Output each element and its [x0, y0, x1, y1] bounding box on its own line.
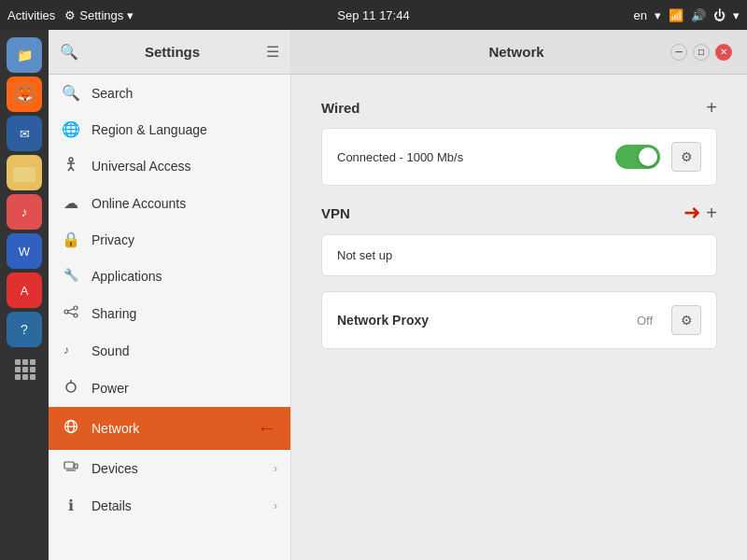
- svg-text:♪: ♪: [63, 343, 69, 357]
- dock-grid-icon[interactable]: [7, 351, 42, 386]
- sidebar-item-privacy[interactable]: 🔒 Privacy: [49, 221, 290, 258]
- topbar-settings-label: Settings: [79, 8, 123, 22]
- devices-icon: [62, 459, 80, 478]
- sidebar-item-label: Search: [92, 86, 277, 101]
- sidebar-item-label: Power: [92, 381, 277, 396]
- chevron-right-icon: ›: [274, 499, 277, 512]
- dock-writer-icon[interactable]: W: [7, 233, 42, 269]
- region-icon: 🌐: [62, 120, 80, 138]
- dock-thunderbird-icon[interactable]: ✉: [7, 116, 42, 151]
- svg-rect-22: [15, 374, 21, 380]
- vpn-section-header: VPN ➜ +: [321, 201, 717, 225]
- svg-text:🔧: 🔧: [63, 267, 78, 282]
- online-accounts-icon: ☁: [62, 194, 80, 212]
- dock-folder-icon[interactable]: [7, 155, 42, 190]
- content-body: Wired + Connected - 1000 Mb/s ⚙ VPN ➜: [291, 75, 747, 560]
- sidebar: 🔍 Settings ☰ 🔍 Search 🌐 Region & Languag…: [49, 30, 291, 560]
- minimize-button[interactable]: ─: [670, 44, 687, 61]
- vpn-section-title: VPN: [321, 205, 350, 221]
- topbar-keyboard-icon: ▾: [655, 8, 661, 22]
- dock-firefox-icon[interactable]: 🦊: [7, 77, 42, 112]
- topbar-power-icon[interactable]: ⏻: [713, 8, 726, 22]
- wired-connection-row: Connected - 1000 Mb/s ⚙: [322, 129, 716, 185]
- svg-rect-18: [30, 359, 35, 365]
- sidebar-item-label: Region & Language: [92, 122, 277, 137]
- active-indicator-arrow: ←: [257, 416, 277, 441]
- topbar-sound-icon[interactable]: 🔊: [691, 8, 706, 22]
- network-proxy-card: Network Proxy Off ⚙: [321, 291, 717, 349]
- dock-rhythmbox-icon[interactable]: ♪: [7, 194, 42, 230]
- svg-text:?: ?: [21, 322, 28, 337]
- sidebar-item-applications[interactable]: 🔧 Applications: [49, 258, 290, 295]
- svg-rect-43: [75, 464, 78, 469]
- network-proxy-settings-button[interactable]: ⚙: [671, 305, 701, 335]
- network-icon: [62, 419, 80, 438]
- sidebar-item-region[interactable]: 🌐 Region & Language: [49, 111, 290, 147]
- svg-text:W: W: [19, 245, 31, 259]
- svg-text:📁: 📁: [17, 48, 34, 63]
- details-icon: ℹ: [62, 497, 80, 514]
- vpn-card: Not set up: [321, 234, 717, 276]
- svg-rect-23: [22, 374, 28, 380]
- sidebar-search-icon[interactable]: 🔍: [60, 43, 78, 61]
- wired-settings-button[interactable]: ⚙: [671, 142, 701, 172]
- window-controls: ─ □ ✕: [670, 44, 732, 61]
- sidebar-item-devices[interactable]: Devices ›: [49, 450, 290, 487]
- svg-text:🦊: 🦊: [17, 87, 34, 103]
- toggle-knob: [639, 147, 657, 166]
- sharing-icon: [62, 304, 80, 323]
- dock-appstore-icon[interactable]: A: [7, 273, 42, 308]
- svg-rect-17: [22, 359, 28, 365]
- topbar-dropdown-icon: ▾: [127, 8, 134, 22]
- network-proxy-label: Network Proxy: [337, 313, 475, 328]
- topbar-keyboard-layout: en: [634, 8, 647, 22]
- topbar-network-icon[interactable]: 📶: [669, 8, 684, 22]
- privacy-icon: 🔒: [62, 231, 80, 248]
- topbar-power-dropdown[interactable]: ▾: [733, 8, 740, 22]
- vpn-status: Not set up: [337, 248, 392, 262]
- wired-toggle[interactable]: [615, 145, 660, 169]
- search-icon: 🔍: [62, 84, 80, 102]
- sidebar-item-search[interactable]: 🔍 Search: [49, 75, 290, 111]
- dock-files-icon[interactable]: 📁: [7, 37, 42, 73]
- sidebar-item-sharing[interactable]: Sharing: [49, 295, 290, 332]
- svg-rect-7: [13, 167, 35, 182]
- vpn-not-set-up-row: Not set up: [322, 235, 716, 275]
- wired-add-button[interactable]: +: [706, 97, 717, 119]
- svg-rect-20: [22, 367, 28, 372]
- svg-rect-42: [64, 462, 74, 469]
- vpn-add-button[interactable]: +: [706, 203, 717, 224]
- sidebar-item-label: Universal Access: [92, 159, 277, 174]
- network-proxy-row: Network Proxy Off ⚙: [322, 292, 716, 348]
- svg-point-32: [74, 306, 78, 310]
- power-icon: [62, 379, 80, 398]
- dock-help-icon[interactable]: ?: [7, 312, 42, 347]
- sidebar-item-label: Details: [92, 498, 262, 513]
- svg-rect-19: [15, 367, 21, 372]
- universal-access-icon: [62, 157, 80, 175]
- svg-point-37: [66, 383, 76, 392]
- content-panel: Network ─ □ ✕ Wired + Connected - 1000 M…: [291, 30, 747, 560]
- wired-section-title: Wired: [321, 100, 360, 116]
- sidebar-item-network[interactable]: Network ←: [49, 407, 290, 450]
- sidebar-item-online-accounts[interactable]: ☁ Online Accounts: [49, 185, 290, 221]
- sidebar-item-sound[interactable]: ♪ Sound: [49, 332, 290, 370]
- svg-point-31: [64, 310, 68, 314]
- sidebar-menu-icon[interactable]: ☰: [266, 43, 279, 61]
- sidebar-item-details[interactable]: ℹ Details ›: [49, 487, 290, 524]
- svg-rect-21: [30, 367, 35, 372]
- svg-line-34: [68, 309, 74, 311]
- sidebar-item-power[interactable]: Power: [49, 370, 290, 407]
- topbar-datetime: Sep 11 17:44: [337, 8, 409, 22]
- sidebar-item-label: Online Accounts: [92, 196, 277, 211]
- network-proxy-status: Off: [637, 314, 653, 328]
- maximize-button[interactable]: □: [693, 44, 710, 61]
- close-button[interactable]: ✕: [715, 44, 732, 61]
- svg-point-33: [74, 314, 78, 317]
- svg-line-35: [68, 313, 74, 315]
- sidebar-item-label: Network: [92, 421, 242, 436]
- activities-button[interactable]: Activities: [7, 8, 55, 22]
- svg-text:✉: ✉: [20, 127, 30, 141]
- settings-menu[interactable]: ⚙ Settings ▾: [64, 8, 134, 22]
- sidebar-item-universal-access[interactable]: Universal Access: [49, 147, 290, 185]
